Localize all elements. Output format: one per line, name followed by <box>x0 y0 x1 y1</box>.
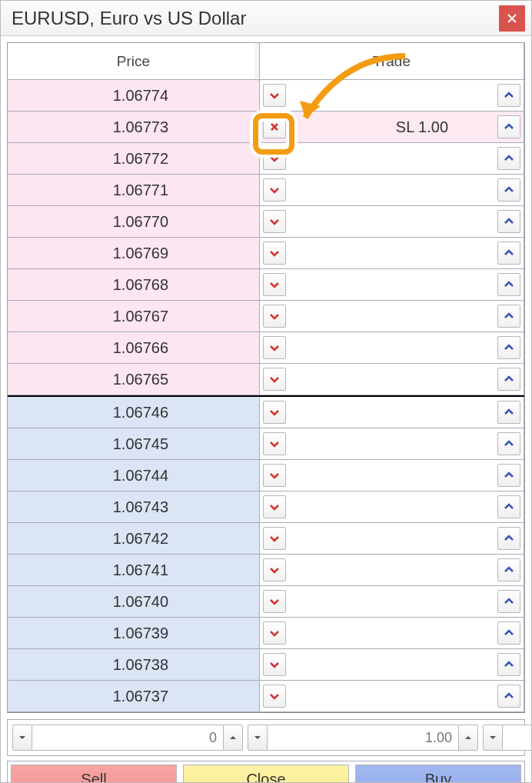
close-window-button[interactable] <box>499 5 525 32</box>
table-row: 1.06745 <box>8 428 524 460</box>
sell-at-price-button[interactable] <box>263 558 286 581</box>
buy-at-price-button[interactable] <box>497 432 520 455</box>
buy-at-price-button[interactable] <box>497 336 520 359</box>
titlebar: EURUSD, Euro vs US Dollar <box>1 1 531 36</box>
trade-cell <box>260 238 524 268</box>
price-cell: 1.06740 <box>8 586 260 617</box>
sell-at-price-button[interactable] <box>263 84 286 107</box>
buy-at-price-button[interactable] <box>497 84 520 107</box>
sell-at-price-button[interactable] <box>263 685 286 708</box>
trade-cell <box>260 428 524 459</box>
table-row: 1.06770 <box>8 206 524 238</box>
trade-cell <box>260 491 524 522</box>
dom-table: Price Trade 1.067741.06773SL 1.001.06772… <box>7 42 525 713</box>
table-row: 1.06741 <box>8 555 524 586</box>
sell-at-price-button[interactable] <box>263 590 286 613</box>
sell-at-price-button[interactable] <box>263 401 286 424</box>
table-row: 1.06746 <box>8 397 524 428</box>
vol-input[interactable] <box>268 725 458 751</box>
table-row: 1.06772 <box>8 143 524 175</box>
trade-cell <box>260 649 524 680</box>
tp-input[interactable] <box>503 725 532 751</box>
price-cell: 1.06744 <box>8 460 260 491</box>
sell-at-price-button[interactable] <box>263 273 286 296</box>
buy-at-price-button[interactable] <box>497 115 520 138</box>
buy-at-price-button[interactable] <box>497 305 520 328</box>
buy-at-price-button[interactable] <box>497 273 520 296</box>
tp-spinbox <box>483 725 532 751</box>
price-cell: 1.06766 <box>8 332 260 363</box>
cancel-order-button[interactable] <box>263 115 286 138</box>
price-cell: 1.06765 <box>8 364 260 395</box>
sl-input[interactable] <box>32 725 223 751</box>
price-cell: 1.06746 <box>8 397 260 428</box>
price-cell: 1.06770 <box>8 206 260 237</box>
sell-at-price-button[interactable] <box>263 495 286 518</box>
vol-increment[interactable] <box>458 725 478 751</box>
sl-decrement[interactable] <box>12 725 32 751</box>
table-row: 1.06737 <box>8 681 524 712</box>
vol-decrement[interactable] <box>248 725 268 751</box>
trade-cell <box>260 206 524 237</box>
sell-at-price-button[interactable] <box>263 653 286 676</box>
price-cell: 1.06742 <box>8 523 260 554</box>
table-row: 1.06743 <box>8 491 524 523</box>
buy-at-price-button[interactable] <box>497 401 520 424</box>
price-cell: 1.06745 <box>8 428 260 459</box>
header-trade: Trade <box>260 43 524 79</box>
table-row: 1.06765 <box>8 364 524 395</box>
price-cell: 1.06771 <box>8 175 260 205</box>
sl-spinbox <box>12 725 243 751</box>
trade-cell <box>260 143 524 174</box>
close-button[interactable]: Close <box>183 765 349 783</box>
price-cell: 1.06772 <box>8 143 260 174</box>
table-row: 1.06769 <box>8 238 524 269</box>
sell-at-price-button[interactable] <box>263 336 286 359</box>
window-title: EURUSD, Euro vs US Dollar <box>12 8 246 29</box>
buy-at-price-button[interactable] <box>497 495 520 518</box>
sell-at-price-button[interactable] <box>263 621 286 645</box>
buy-at-price-button[interactable] <box>497 590 520 613</box>
trade-cell <box>260 301 524 332</box>
price-cell: 1.06743 <box>8 491 260 522</box>
price-cell: 1.06769 <box>8 238 260 268</box>
table-row: 1.06738 <box>8 649 524 681</box>
table-row: 1.06773SL 1.00 <box>8 112 524 143</box>
sell-at-price-button[interactable] <box>263 178 286 202</box>
header-price: Price <box>8 43 260 79</box>
buy-at-price-button[interactable] <box>497 558 520 581</box>
trade-cell <box>260 175 524 205</box>
buy-at-price-button[interactable] <box>497 527 520 550</box>
tp-decrement[interactable] <box>483 725 503 751</box>
sell-at-price-button[interactable] <box>263 242 286 265</box>
buy-at-price-button[interactable] <box>497 210 520 233</box>
buy-at-price-button[interactable] <box>497 653 520 676</box>
trade-cell <box>260 681 524 711</box>
price-cell: 1.06738 <box>8 649 260 680</box>
buy-at-price-button[interactable] <box>497 178 520 202</box>
trade-cell <box>260 523 524 554</box>
sell-at-price-button[interactable] <box>263 527 286 550</box>
sell-at-price-button[interactable] <box>263 305 286 328</box>
sell-at-price-button[interactable] <box>263 368 286 391</box>
buy-at-price-button[interactable] <box>497 147 520 170</box>
vol-spinbox <box>248 725 478 751</box>
buy-at-price-button[interactable] <box>497 368 520 391</box>
buy-at-price-button[interactable] <box>497 464 520 487</box>
trade-cell <box>260 555 524 585</box>
price-cell: 1.06774 <box>8 80 260 111</box>
sell-at-price-button[interactable] <box>263 432 286 455</box>
sell-at-price-button[interactable] <box>263 464 286 487</box>
sell-at-price-button[interactable] <box>263 210 286 233</box>
sl-increment[interactable] <box>223 725 243 751</box>
sell-button[interactable]: Sell <box>11 765 177 783</box>
table-row: 1.06766 <box>8 332 524 364</box>
buy-at-price-button[interactable] <box>497 621 520 645</box>
buy-at-price-button[interactable] <box>497 242 520 265</box>
sell-at-price-button[interactable] <box>263 147 286 170</box>
buy-button[interactable]: Buy <box>355 765 521 783</box>
table-row: 1.06767 <box>8 301 524 332</box>
buy-at-price-button[interactable] <box>497 685 520 708</box>
table-row: 1.06771 <box>8 175 524 206</box>
trade-cell <box>260 269 524 300</box>
